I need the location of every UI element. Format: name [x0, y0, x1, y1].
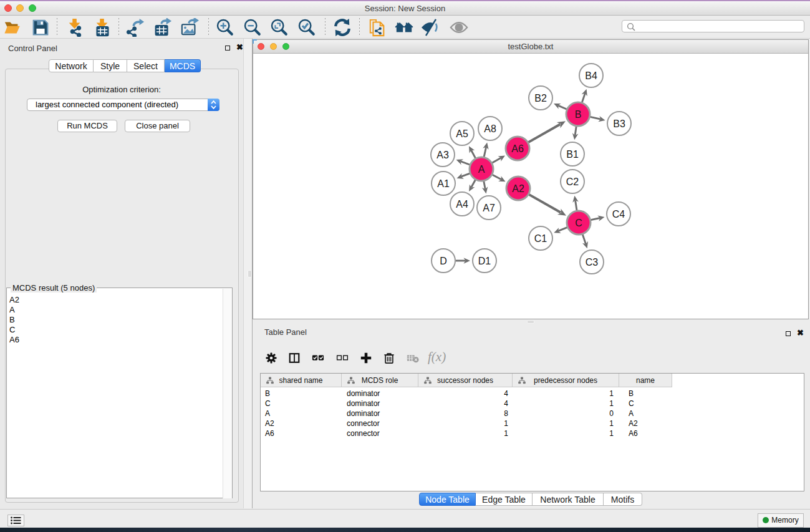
svg-text:C2: C2 [566, 177, 579, 187]
svg-text:D1: D1 [478, 256, 491, 266]
svg-text:B1: B1 [566, 149, 579, 160]
svg-text:A8: A8 [484, 123, 496, 134]
svg-text:A: A [478, 164, 485, 175]
svg-text:A3: A3 [436, 150, 449, 160]
svg-text:A5: A5 [456, 128, 468, 139]
svg-text:A2: A2 [512, 183, 524, 194]
svg-text:C: C [575, 218, 582, 228]
svg-text:C4: C4 [612, 209, 625, 220]
svg-text:A4: A4 [456, 199, 468, 210]
svg-text:B: B [575, 109, 582, 120]
svg-text:B3: B3 [613, 118, 625, 129]
svg-text:A6: A6 [511, 143, 524, 154]
svg-text:D: D [440, 256, 447, 266]
svg-text:B2: B2 [534, 93, 547, 104]
svg-text:B4: B4 [585, 70, 597, 81]
svg-text:A1: A1 [437, 178, 450, 189]
svg-text:C3: C3 [586, 257, 599, 268]
svg-text:A7: A7 [483, 203, 495, 213]
svg-text:C1: C1 [534, 233, 547, 244]
